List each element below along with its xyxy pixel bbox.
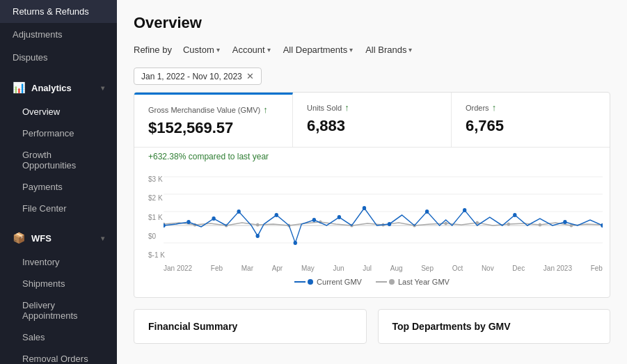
sidebar-item-delivery[interactable]: Delivery Appointments xyxy=(0,294,117,326)
financial-summary-title: Financial Summary xyxy=(148,321,352,332)
top-departments-card: Top Departments by GMV xyxy=(378,309,611,344)
chart-svg xyxy=(164,170,603,263)
gmv-comparison: +632.38% compared to last year xyxy=(134,148,610,164)
svg-point-14 xyxy=(444,222,447,225)
svg-point-27 xyxy=(312,218,316,222)
bottom-panels: Financial Summary Top Departments by GMV xyxy=(134,309,610,344)
svg-point-22 xyxy=(212,216,215,221)
gmv-trend-icon: ↑ xyxy=(263,104,268,115)
svg-point-16 xyxy=(507,223,511,226)
analytics-group-header[interactable]: 📊 Analytics ▾ xyxy=(0,74,117,101)
sidebar-item-payments[interactable]: Payments xyxy=(0,176,117,198)
svg-point-26 xyxy=(294,241,297,245)
removal-label: Removal Orders xyxy=(22,354,88,364)
svg-point-21 xyxy=(186,220,190,224)
departments-filter-button[interactable]: All Departments ▾ xyxy=(279,42,357,58)
date-range-close-icon[interactable]: ✕ xyxy=(246,71,254,81)
chart-icon: 📊 xyxy=(13,81,26,94)
metrics-row: Gross Merchandise Value (GMV) ↑ $152,569… xyxy=(134,93,610,148)
legend-gray-line xyxy=(376,279,395,285)
svg-point-24 xyxy=(256,234,260,238)
box-icon: 📦 xyxy=(13,232,26,244)
sidebar-item-overview[interactable]: Overview xyxy=(0,101,117,122)
sidebar-item-disputes[interactable]: Disputes xyxy=(0,46,117,69)
svg-point-17 xyxy=(539,223,542,227)
inventory-label: Inventory xyxy=(22,257,59,267)
sidebar-item-returns[interactable]: Returns & Refunds xyxy=(0,0,117,23)
units-cell: Units Sold ↑ 6,883 xyxy=(293,93,452,147)
departments-filter-label: All Departments xyxy=(283,45,347,55)
custom-chevron-icon: ▾ xyxy=(216,46,220,54)
svg-point-23 xyxy=(237,209,240,214)
account-filter-label: Account xyxy=(232,45,265,55)
filter-bar: Refine by Custom ▾ Account ▾ All Departm… xyxy=(134,42,610,58)
svg-point-25 xyxy=(275,213,278,217)
adjustments-label: Adjustments xyxy=(13,29,63,40)
file-center-label: File Center xyxy=(22,203,67,214)
legend-last-year-label: Last Year GMV xyxy=(398,278,450,286)
overview-label: Overview xyxy=(22,106,60,117)
growth-label: Growth Opportunities xyxy=(22,150,76,171)
account-chevron-icon: ▾ xyxy=(267,46,271,54)
gmv-cell: Gross Merchandise Value (GMV) ↑ $152,569… xyxy=(134,93,293,147)
shipments-label: Shipments xyxy=(22,278,65,289)
legend-blue-line xyxy=(294,279,313,285)
custom-filter-label: Custom xyxy=(183,45,214,55)
top-departments-title: Top Departments by GMV xyxy=(392,321,596,332)
metrics-card: Gross Merchandise Value (GMV) ↑ $152,569… xyxy=(134,92,610,298)
legend-current: Current GMV xyxy=(294,278,362,286)
disputes-label: Disputes xyxy=(13,52,48,63)
gmv-value: $152,569.57 xyxy=(148,119,278,137)
sidebar-item-adjustments[interactable]: Adjustments xyxy=(0,23,117,46)
orders-label: Orders ↑ xyxy=(466,102,596,113)
svg-point-33 xyxy=(513,213,516,217)
sidebar-item-inventory[interactable]: Inventory xyxy=(0,251,117,273)
chevron-down-icon: ▾ xyxy=(101,84,104,92)
sidebar-item-growth[interactable]: Growth Opportunities xyxy=(0,144,117,176)
sales-label: Sales xyxy=(22,332,45,342)
svg-point-35 xyxy=(601,223,603,228)
legend-last-year: Last Year GMV xyxy=(376,278,450,286)
chart-x-labels: Jan 2022 Feb Mar Apr May Jun Jul Aug Sep… xyxy=(164,264,603,272)
svg-point-32 xyxy=(463,208,466,212)
main-content: Overview Refine by Custom ▾ Account ▾ Al… xyxy=(117,0,627,364)
sidebar-item-performance[interactable]: Performance xyxy=(0,122,117,144)
brands-filter-label: All Brands xyxy=(365,45,406,55)
delivery-label: Delivery Appointments xyxy=(22,300,78,321)
sidebar-item-file-center[interactable]: File Center xyxy=(0,198,117,219)
sidebar-item-removal[interactable]: Removal Orders xyxy=(0,348,117,364)
chart-area: $3 K $2 K $1 K $0 $-1 K xyxy=(134,164,610,297)
analytics-label: Analytics xyxy=(31,83,72,93)
orders-trend-icon: ↑ xyxy=(492,102,497,113)
performance-label: Performance xyxy=(22,128,74,139)
brands-filter-button[interactable]: All Brands ▾ xyxy=(361,42,416,58)
units-value: 6,883 xyxy=(307,117,437,135)
sidebar-item-sales[interactable]: Sales xyxy=(0,326,117,348)
account-filter-button[interactable]: Account ▾ xyxy=(228,42,275,58)
financial-summary-card: Financial Summary xyxy=(134,309,367,344)
wfs-label: WFS xyxy=(31,233,51,244)
svg-point-29 xyxy=(363,206,366,210)
orders-cell: Orders ↑ 6,765 xyxy=(452,93,610,147)
refine-by-label: Refine by xyxy=(134,45,172,55)
wfs-group-header[interactable]: 📦 WFS ▾ xyxy=(0,225,117,251)
chart-legend: Current GMV Last Year GMV xyxy=(141,278,603,286)
svg-point-28 xyxy=(338,215,341,219)
date-range-tag[interactable]: Jan 1, 2022 - Nov 10, 2023 ✕ xyxy=(134,68,262,85)
orders-value: 6,765 xyxy=(466,117,596,135)
sidebar: Returns & Refunds Adjustments Disputes 📊… xyxy=(0,0,117,364)
payments-label: Payments xyxy=(22,182,63,192)
brands-chevron-icon: ▾ xyxy=(408,46,412,54)
sidebar-item-shipments[interactable]: Shipments xyxy=(0,273,117,294)
page-title: Overview xyxy=(134,14,610,32)
units-trend-icon: ↑ xyxy=(344,102,349,113)
gmv-label: Gross Merchandise Value (GMV) ↑ xyxy=(148,104,278,115)
svg-point-34 xyxy=(563,220,566,224)
svg-point-30 xyxy=(388,222,391,226)
date-range-text: Jan 1, 2022 - Nov 10, 2023 xyxy=(141,72,242,81)
custom-filter-button[interactable]: Custom ▾ xyxy=(179,42,224,58)
departments-chevron-icon: ▾ xyxy=(349,46,353,54)
returns-label: Returns & Refunds xyxy=(13,6,89,17)
chart-y-labels: $3 K $2 K $1 K $0 $-1 K xyxy=(148,175,165,259)
legend-current-label: Current GMV xyxy=(317,278,362,286)
